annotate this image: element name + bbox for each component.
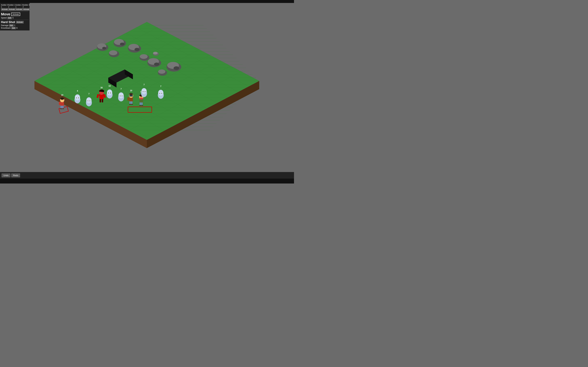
svg-point-150 <box>141 88 147 94</box>
svg-rect-147 <box>141 105 143 106</box>
soldier-col-0: Soldier 0 1 Activate <box>1 4 8 11</box>
svg-point-100 <box>78 97 79 98</box>
bottom-bar <box>0 179 294 184</box>
move-ability-name: Move <box>1 12 10 17</box>
svg-rect-134 <box>131 101 132 104</box>
svg-point-154 <box>145 91 145 92</box>
knockback-label: Knockback <box>1 27 11 29</box>
soldier3-activate-btn[interactable]: Activate <box>23 8 30 11</box>
svg-rect-90 <box>62 106 63 109</box>
svg-rect-93 <box>59 102 60 105</box>
bottom-controls: Undo Redo <box>0 172 294 179</box>
soldier2-num: 1 <box>15 6 17 8</box>
svg-point-132 <box>129 93 133 95</box>
soldier0-num: 1 <box>1 6 2 8</box>
svg-point-127 <box>120 95 121 96</box>
move-speed-row: Speed Edit 5 <box>1 17 28 19</box>
svg-rect-145 <box>141 102 143 105</box>
svg-point-81 <box>173 66 179 70</box>
soldier0-name: Soldier 0 <box>1 4 8 6</box>
game-scene: 10 4 7 <box>0 3 294 179</box>
divider2 <box>1 20 28 20</box>
soldier2-name: Soldier 2 <box>15 4 23 6</box>
svg-rect-113 <box>100 99 101 102</box>
svg-rect-114 <box>102 99 103 102</box>
svg-text:7: 7 <box>160 85 161 87</box>
hardshot-activate-btn[interactable]: Activate <box>16 21 24 24</box>
damage-row: Damage Edit 1 <box>1 24 28 26</box>
svg-text:10: 10 <box>130 90 132 92</box>
damage-edit-btn[interactable]: Edit <box>9 25 13 26</box>
svg-point-143 <box>139 98 143 100</box>
svg-point-128 <box>122 95 122 96</box>
soldier2-activate-btn[interactable]: Activate <box>15 8 23 11</box>
top-bar <box>0 0 294 3</box>
svg-text:10: 10 <box>108 85 111 87</box>
soldier1-num: 2 <box>8 6 9 8</box>
soldier-col-3: Soldier 3 2 Activate <box>23 4 29 11</box>
soldier3-name: Soldier 3 <box>23 4 30 6</box>
game-area: 10 4 7 <box>0 3 294 179</box>
undo-button[interactable]: Undo <box>2 174 10 177</box>
soldier-col-1: Soldier 1 2 Activate <box>8 4 15 11</box>
soldier1-activate-btn[interactable]: Activate <box>8 8 16 11</box>
soldier1-name: Soldier 1 <box>8 4 15 6</box>
speed-value: 5 <box>12 17 14 19</box>
svg-rect-137 <box>128 97 129 100</box>
left-panel: Soldier 0 1 Activate Soldier 1 2 Activat… <box>0 3 30 31</box>
knockback-edit-btn[interactable]: Edit <box>11 27 16 29</box>
svg-point-161 <box>161 93 162 94</box>
svg-point-78 <box>158 69 165 74</box>
svg-text:7: 7 <box>144 83 145 86</box>
svg-point-117 <box>107 90 112 95</box>
hardshot-ability-row: Hard Shot Activate <box>1 20 28 24</box>
svg-rect-133 <box>130 101 131 104</box>
svg-point-71 <box>135 48 139 51</box>
svg-point-66 <box>120 43 124 46</box>
svg-point-106 <box>88 100 88 101</box>
svg-point-96 <box>75 94 80 100</box>
svg-point-99 <box>76 97 77 98</box>
svg-point-157 <box>158 90 164 96</box>
svg-text:30: 30 <box>100 86 103 89</box>
svg-point-124 <box>119 92 124 98</box>
svg-point-103 <box>86 97 92 103</box>
svg-text:4: 4 <box>77 90 78 92</box>
damage-label: Damage <box>1 24 8 26</box>
damage-value: 1 <box>14 24 15 26</box>
svg-rect-89 <box>61 106 62 109</box>
soldier3-num: 2 <box>23 6 24 8</box>
svg-rect-92 <box>62 108 64 109</box>
svg-rect-144 <box>140 102 141 105</box>
svg-text:7: 7 <box>121 88 122 90</box>
svg-point-63 <box>102 47 106 50</box>
speed-label: Speed <box>1 17 7 19</box>
svg-text:7: 7 <box>88 93 90 95</box>
soldiers-row: Soldier 0 1 Activate Soldier 1 2 Activat… <box>1 4 28 11</box>
svg-rect-136 <box>131 104 133 105</box>
svg-text:10: 10 <box>61 94 63 96</box>
move-ability-row: Move Activate <box>1 12 28 17</box>
svg-point-160 <box>159 93 160 94</box>
svg-rect-146 <box>139 105 141 106</box>
redo-button[interactable]: Redo <box>11 174 20 177</box>
svg-point-121 <box>110 92 111 93</box>
move-activate-btn[interactable]: Activate <box>11 13 20 16</box>
svg-point-73 <box>140 54 148 59</box>
svg-point-88 <box>60 98 64 100</box>
knockback-row: Knockback Edit 6 <box>1 27 28 29</box>
svg-point-120 <box>108 92 109 93</box>
soldier-col-2: Soldier 2 1 Activate <box>15 4 22 11</box>
knockback-value: 6 <box>17 27 17 29</box>
svg-point-83 <box>153 52 158 54</box>
hardshot-ability-name: Hard Shot <box>1 20 15 24</box>
svg-point-153 <box>143 91 143 92</box>
speed-edit-btn[interactable]: Edit <box>7 17 12 19</box>
svg-rect-91 <box>60 108 62 109</box>
svg-rect-138 <box>129 95 133 97</box>
soldier0-activate-btn[interactable]: Activate <box>1 8 9 11</box>
svg-point-76 <box>154 63 159 66</box>
svg-rect-135 <box>129 104 131 105</box>
svg-point-68 <box>109 50 117 55</box>
svg-point-107 <box>90 100 90 101</box>
